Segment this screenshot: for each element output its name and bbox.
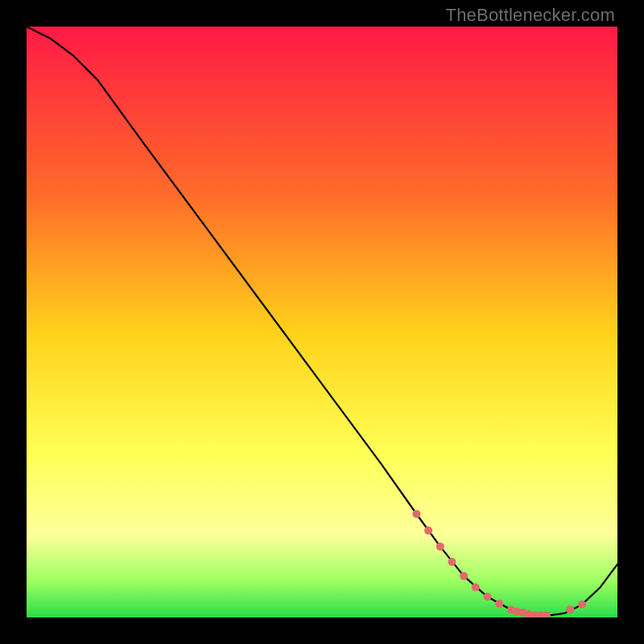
chart-frame [27,27,617,617]
highlight-dot [484,592,492,601]
highlight-dot [566,606,574,614]
highlight-dot [424,526,432,535]
highlight-dot [448,558,456,566]
highlight-dot [472,584,480,592]
highlight-dot [578,601,586,609]
highlight-dot [460,572,468,580]
highlight-dot [436,543,444,551]
watermark-text: TheBottlenecker.com [446,5,615,26]
highlight-dot [495,600,503,608]
chart-svg [27,27,617,617]
highlight-dot [412,510,420,518]
gradient-background [27,27,617,617]
